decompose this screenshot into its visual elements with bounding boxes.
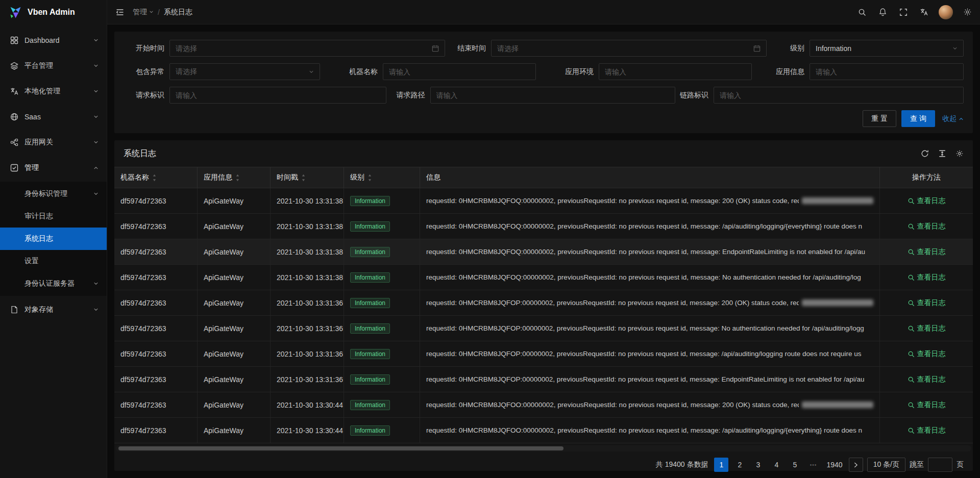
horizontal-scrollbar[interactable] (116, 445, 971, 451)
view-log-link[interactable]: 查看日志 (908, 324, 946, 333)
scrollbar-thumb[interactable] (118, 446, 564, 450)
view-log-link[interactable]: 查看日志 (908, 375, 946, 384)
column-header[interactable]: 级别 (344, 167, 420, 188)
sidebar-subitem[interactable]: 设置 (0, 250, 107, 272)
sidebar-item[interactable]: 对象存储 (0, 298, 107, 321)
avatar[interactable] (939, 5, 953, 19)
level-select[interactable]: Information (810, 40, 964, 57)
view-log-link[interactable]: 查看日志 (908, 222, 946, 231)
trace-id-box[interactable] (714, 87, 964, 104)
trace-id-label: 链路标识 (678, 91, 714, 100)
sort-icon (235, 174, 240, 182)
pagination-ellipsis: ••• (806, 458, 820, 472)
start-time-input[interactable] (176, 44, 428, 53)
breadcrumb: 管理 / 系统日志 (133, 8, 192, 17)
timestamp-cell: 2021-10-30 13:30:44 (271, 392, 344, 417)
sidebar-subitem[interactable]: 审计日志 (0, 205, 107, 228)
request-id-box[interactable] (169, 87, 386, 104)
breadcrumb-section[interactable]: 管理 (133, 8, 154, 17)
app-info-input[interactable] (816, 68, 958, 76)
next-page-button[interactable] (849, 458, 863, 472)
timestamp-cell: 2021-10-30 13:31:36 (271, 367, 344, 392)
sidebar-item[interactable]: 管理 (0, 156, 107, 180)
view-log-link[interactable]: 查看日志 (908, 196, 946, 206)
start-time-picker[interactable] (169, 40, 445, 57)
column-settings-icon[interactable] (955, 149, 964, 158)
app-env-box[interactable] (599, 63, 752, 80)
bell-icon[interactable] (872, 0, 893, 24)
page-button[interactable]: 3 (751, 458, 765, 472)
search-button[interactable]: 查 询 (901, 110, 935, 127)
page-size-select[interactable]: 10 条/页 (867, 458, 905, 472)
translate-icon[interactable] (914, 0, 935, 24)
action-cell: 查看日志 (880, 392, 973, 417)
trace-id-input[interactable] (720, 91, 958, 99)
end-time-input[interactable] (497, 44, 749, 53)
column-header[interactable]: 应用信息 (198, 167, 271, 188)
app-info-cell: ApiGateWay (198, 392, 271, 417)
column-header[interactable]: 机器名称 (114, 167, 198, 188)
reset-button[interactable]: 重 置 (863, 110, 896, 127)
menu-fold-icon[interactable] (115, 0, 125, 24)
machine-name-cell: df5974d72363 (114, 265, 198, 290)
app-env-input[interactable] (605, 68, 746, 76)
table-row: df5974d72363ApiGateWay2021-10-30 13:30:4… (114, 418, 973, 443)
exception-select[interactable]: 请选择 (169, 63, 320, 80)
magnifier-icon (908, 197, 915, 205)
sidebar-subitem[interactable]: 身份认证服务器 (0, 272, 107, 295)
machine-name-cell: df5974d72363 (114, 188, 198, 213)
app-info-cell: ApiGateWay (198, 214, 271, 239)
request-path-box[interactable] (430, 87, 675, 104)
column-header[interactable]: 时间戳 (271, 167, 344, 188)
row-height-icon[interactable] (938, 149, 946, 158)
sidebar-item[interactable]: 平台管理 (0, 54, 107, 78)
sidebar-subitem[interactable]: 系统日志 (0, 228, 107, 250)
view-log-link[interactable]: 查看日志 (908, 426, 946, 435)
machine-name-field: 机器名称 (342, 63, 536, 80)
view-log-link[interactable]: 查看日志 (908, 349, 946, 359)
page-button[interactable]: 2 (732, 458, 747, 472)
sidebar-item[interactable]: 应用网关 (0, 131, 107, 154)
logo[interactable]: Vben Admin (0, 0, 107, 24)
collapse-link[interactable]: 收起 (942, 114, 964, 123)
saas-icon (10, 113, 19, 121)
sidebar-item[interactable]: 本地化管理 (0, 80, 107, 103)
fullscreen-icon[interactable] (893, 0, 914, 24)
action-cell: 查看日志 (880, 265, 973, 290)
gear-icon[interactable] (957, 0, 978, 24)
chevron-down-icon (93, 140, 99, 145)
jump-page-input[interactable] (928, 458, 952, 472)
magnifier-icon (908, 376, 915, 383)
page-button[interactable]: 5 (788, 458, 802, 472)
search-icon[interactable] (852, 0, 872, 24)
message-cell: requestId: 0HMCRBM8JQFOO:00000002, previ… (420, 418, 880, 443)
sidebar-item[interactable]: Saas (0, 105, 107, 129)
machine-name-box[interactable] (383, 63, 536, 80)
sidebar-item[interactable]: Dashboard (0, 29, 107, 52)
machine-name-input[interactable] (389, 68, 530, 76)
page-button[interactable]: 4 (769, 458, 783, 472)
end-time-picker[interactable] (491, 40, 767, 57)
panel-title: 系统日志 (124, 148, 156, 159)
pagination-total: 共 19400 条数据 (656, 460, 708, 469)
view-log-link[interactable]: 查看日志 (908, 247, 946, 257)
app-info-box[interactable] (810, 63, 964, 80)
action-cell: 查看日志 (880, 316, 973, 341)
gateway-icon (10, 138, 19, 146)
level-badge: Information (350, 374, 390, 385)
view-log-link[interactable]: 查看日志 (908, 298, 946, 308)
sidebar-subitem[interactable]: 身份标识管理 (0, 183, 107, 205)
refresh-icon[interactable] (921, 149, 929, 158)
exception-label: 包含异常 (124, 67, 169, 77)
app-info-label: 应用信息 (774, 67, 810, 77)
app-info-cell: ApiGateWay (198, 265, 271, 290)
request-id-input[interactable] (176, 91, 380, 99)
message-cell: requestId: 0HMCRBM8JQFOP:00000002, previ… (420, 290, 880, 315)
message-cell: requestId: 0HMCRBM8JQFOP:00000002, previ… (420, 316, 880, 341)
view-log-link[interactable]: 查看日志 (908, 400, 946, 410)
request-path-input[interactable] (436, 91, 669, 99)
page-button[interactable]: 1940 (824, 458, 844, 472)
chevron-down-icon (952, 46, 958, 51)
page-button[interactable]: 1 (714, 458, 728, 472)
view-log-link[interactable]: 查看日志 (908, 273, 946, 282)
